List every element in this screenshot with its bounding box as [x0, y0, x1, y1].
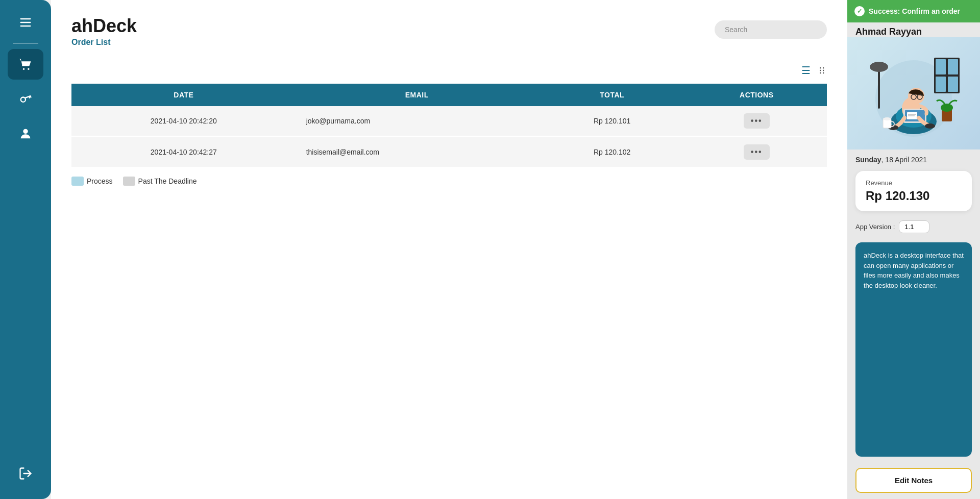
sidebar-item-user[interactable]: [8, 118, 43, 149]
cell-total: Rp 120.101: [538, 106, 687, 137]
table-row: 2021-04-10 20:42:27 thisisemail@email.co…: [71, 137, 827, 168]
revenue-card: Revenue Rp 120.130: [855, 171, 972, 211]
date-text: Sunday, 18 April 2021: [855, 156, 927, 164]
process-color-swatch: [71, 177, 84, 186]
svg-rect-2: [20, 26, 31, 27]
legend-process: Process: [71, 177, 113, 186]
sidebar-item-menu[interactable]: [8, 7, 43, 38]
description-text: ahDeck is a desktop interface that can o…: [864, 252, 964, 289]
svg-rect-12: [936, 59, 946, 74]
cell-email: thisisemail@email.com: [296, 137, 538, 168]
cart-icon: [18, 57, 33, 71]
svg-rect-1: [20, 22, 31, 23]
key-icon: [18, 92, 33, 106]
cell-actions: •••: [687, 137, 827, 168]
svg-rect-14: [936, 77, 946, 92]
legend-past-deadline: Past The Deadline: [123, 177, 197, 186]
order-table: DATE EMAIL TOTAL ACTIONS 2021-04-10 20:4…: [71, 84, 827, 168]
page-subtitle: Order List: [71, 38, 137, 47]
success-icon: [854, 6, 865, 16]
sidebar-item-cart[interactable]: [8, 49, 43, 80]
svg-rect-13: [948, 59, 958, 74]
search-input[interactable]: [715, 20, 827, 39]
sidebar-item-logout[interactable]: [8, 458, 43, 489]
legend: Process Past The Deadline: [71, 177, 827, 186]
svg-rect-15: [948, 77, 958, 92]
table-header-row: DATE EMAIL TOTAL ACTIONS: [71, 84, 827, 106]
svg-point-6: [23, 129, 28, 134]
grid-view-button[interactable]: ⁝⁝: [817, 62, 827, 79]
svg-rect-9: [878, 68, 880, 109]
menu-icon: [18, 15, 33, 30]
app-title: ahDeck: [71, 15, 137, 37]
col-total: TOTAL: [538, 84, 687, 106]
col-email: EMAIL: [296, 84, 538, 106]
logout-icon: [18, 466, 33, 481]
col-actions: ACTIONS: [687, 84, 827, 106]
list-view-button[interactable]: ☰: [799, 62, 813, 79]
app-version-label: App Version :: [855, 223, 895, 231]
illustration-svg: [863, 42, 965, 144]
svg-point-5: [21, 97, 26, 102]
table-row: 2021-04-10 20:42:20 joko@purnama.com Rp …: [71, 106, 827, 137]
user-name: Ahmad Rayyan: [847, 22, 980, 37]
app-version-input[interactable]: [899, 220, 929, 233]
svg-point-33: [883, 117, 891, 120]
past-deadline-label: Past The Deadline: [138, 177, 197, 185]
revenue-amount: Rp 120.130: [866, 189, 962, 203]
header-row: ahDeck Order List: [71, 15, 827, 47]
svg-point-4: [28, 68, 30, 70]
svg-point-10: [870, 62, 888, 72]
sidebar-item-key[interactable]: [8, 84, 43, 114]
svg-point-31: [925, 123, 935, 129]
view-toggle: ☰ ⁝⁝: [71, 62, 827, 79]
edit-notes-button[interactable]: Edit Notes: [855, 468, 972, 493]
svg-rect-0: [20, 18, 31, 19]
success-message: Success: Confirm an order: [869, 7, 960, 15]
date-label: Sunday, 18 April 2021: [847, 149, 980, 166]
description-box: ahDeck is a desktop interface that can o…: [855, 242, 972, 457]
revenue-label: Revenue: [866, 179, 962, 187]
process-label: Process: [87, 177, 113, 185]
app-branding: ahDeck Order List: [71, 15, 137, 47]
main-content: ahDeck Order List ☰ ⁝⁝ DATE EMAIL TOTAL …: [51, 0, 847, 499]
cell-total: Rp 120.102: [538, 137, 687, 168]
col-date: DATE: [71, 84, 296, 106]
past-deadline-color-swatch: [123, 177, 135, 186]
user-icon: [18, 127, 33, 141]
sidebar: [0, 0, 51, 499]
svg-point-3: [23, 68, 25, 70]
app-version-row: App Version :: [847, 216, 980, 237]
success-banner: Success: Confirm an order: [847, 0, 980, 22]
cell-actions: •••: [687, 106, 827, 137]
right-panel: Success: Confirm an order Ahmad Rayyan: [847, 0, 980, 499]
cell-date: 2021-04-10 20:42:20: [71, 106, 296, 137]
illustration-area: [847, 37, 980, 149]
row-actions-button[interactable]: •••: [744, 144, 770, 160]
cell-email: joko@purnama.com: [296, 106, 538, 137]
row-actions-button[interactable]: •••: [744, 113, 770, 129]
cell-date: 2021-04-10 20:42:27: [71, 137, 296, 168]
